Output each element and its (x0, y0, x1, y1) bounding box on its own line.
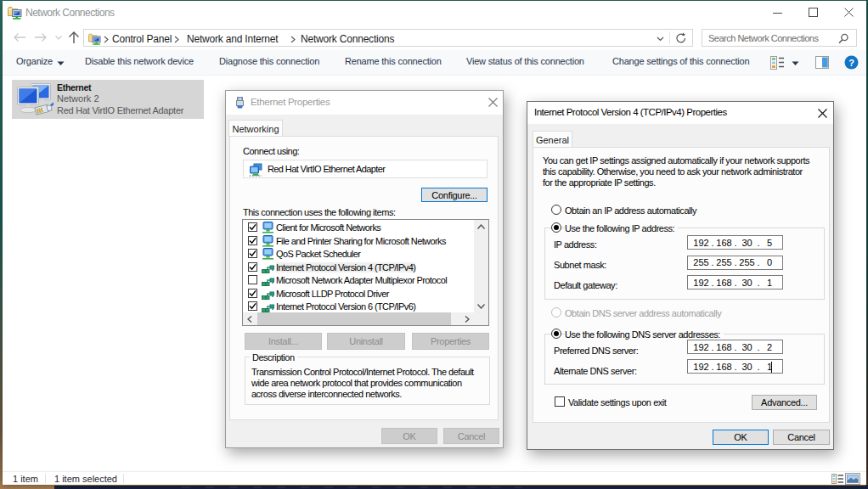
svg-text:?: ? (848, 58, 854, 68)
